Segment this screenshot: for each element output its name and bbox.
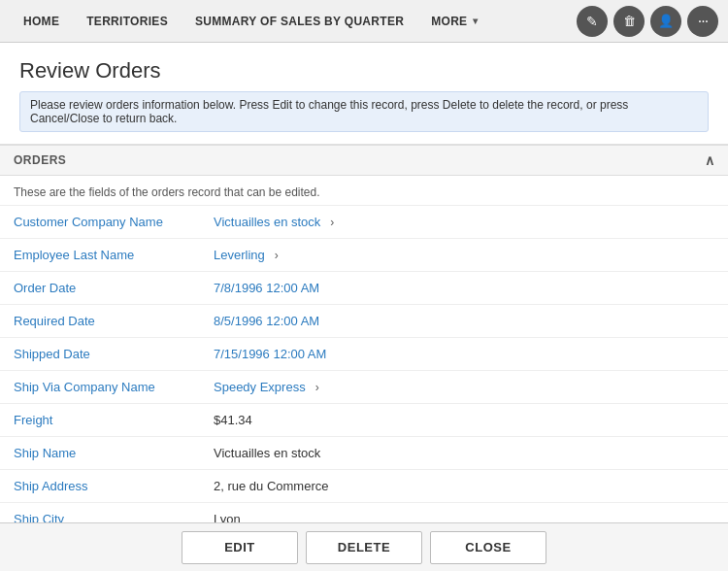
close-button[interactable]: CLOSE xyxy=(430,531,546,564)
table-row: Shipped Date 7/15/1996 12:00 AM xyxy=(0,338,728,371)
field-chevron-icon[interactable]: › xyxy=(315,381,319,394)
user-nav-icon[interactable]: 👤 xyxy=(650,6,681,37)
table-row: Order Date 7/8/1996 12:00 AM xyxy=(0,272,728,305)
section-title: ORDERS xyxy=(14,153,66,167)
table-row: Ship Via Company Name Speedy Express › xyxy=(0,371,728,404)
field-label-ship-name: Ship Name xyxy=(0,438,204,468)
trash-icon: 🗑 xyxy=(623,14,636,28)
more-dropdown-arrow: ▾ xyxy=(473,16,478,26)
field-value-ship-name: Victuailles en stock xyxy=(204,438,728,468)
field-label-order-date: Order Date xyxy=(0,273,204,303)
nav-item-home[interactable]: HOME xyxy=(10,0,73,43)
table-row: Ship Address 2, rue du Commerce xyxy=(0,470,728,503)
nav-item-more[interactable]: MORE ▾ xyxy=(417,0,492,43)
field-label-required-date: Required Date xyxy=(0,306,204,336)
edit-nav-icon[interactable]: ✎ xyxy=(577,6,608,37)
table-area: These are the fields of the orders recor… xyxy=(0,176,728,522)
page-container: Review Orders Please review orders infor… xyxy=(0,43,728,571)
top-nav: HOME TERRITORIES SUMMARY OF SALES BY QUA… xyxy=(0,0,728,43)
field-label-shipped-date: Shipped Date xyxy=(0,339,204,369)
field-value-employee-last-name: Leverling › xyxy=(204,240,728,270)
info-banner: Please review orders information below. … xyxy=(19,91,709,132)
page-header: Review Orders Please review orders infor… xyxy=(0,43,728,145)
more-nav-icon[interactable]: ··· xyxy=(687,6,718,37)
table-row: Ship Name Victuailles en stock xyxy=(0,437,728,470)
field-value-freight: $41.34 xyxy=(204,405,728,435)
field-label-freight: Freight xyxy=(0,405,204,435)
field-value-shipped-date: 7/15/1996 12:00 AM xyxy=(204,339,728,369)
nav-icons: ✎ 🗑 👤 ··· xyxy=(577,6,718,37)
pencil-icon: ✎ xyxy=(586,14,598,29)
nav-items: HOME TERRITORIES SUMMARY OF SALES BY QUA… xyxy=(10,0,577,43)
footer-bar: EDIT DELETE CLOSE xyxy=(0,522,728,571)
field-label-ship-via-company-name: Ship Via Company Name xyxy=(0,372,204,402)
field-value-ship-via-company-name: Speedy Express › xyxy=(204,372,728,402)
delete-button[interactable]: DELETE xyxy=(306,531,422,564)
edit-button[interactable]: EDIT xyxy=(182,531,298,564)
table-row: Freight $41.34 xyxy=(0,404,728,437)
user-icon: 👤 xyxy=(658,14,674,28)
field-value-required-date: 8/5/1996 12:00 AM xyxy=(204,306,728,336)
nav-item-summary[interactable]: SUMMARY OF SALES BY QUARTER xyxy=(182,0,417,43)
fields-note: These are the fields of the orders recor… xyxy=(0,176,728,206)
section-chevron-icon[interactable]: ∧ xyxy=(705,152,715,168)
field-label-ship-address: Ship Address xyxy=(0,471,204,501)
table-row: Ship City Lyon xyxy=(0,503,728,522)
field-label-customer-company-name: Customer Company Name xyxy=(0,207,204,237)
table-row: Customer Company Name Victuailles en sto… xyxy=(0,206,728,239)
field-chevron-icon[interactable]: › xyxy=(330,216,334,229)
nav-item-territories[interactable]: TERRITORIES xyxy=(73,0,182,43)
field-chevron-icon[interactable]: › xyxy=(275,249,279,262)
field-label-employee-last-name: Employee Last Name xyxy=(0,240,204,270)
ellipsis-icon: ··· xyxy=(698,13,708,30)
page-title: Review Orders xyxy=(19,58,709,84)
table-row: Required Date 8/5/1996 12:00 AM xyxy=(0,305,728,338)
field-value-order-date: 7/8/1996 12:00 AM xyxy=(204,273,728,303)
field-value-ship-city: Lyon xyxy=(204,504,728,522)
field-value-customer-company-name: Victuailles en stock › xyxy=(204,207,728,237)
field-label-ship-city: Ship City xyxy=(0,504,204,522)
delete-nav-icon[interactable]: 🗑 xyxy=(613,6,645,37)
table-row: Employee Last Name Leverling › xyxy=(0,239,728,272)
field-value-ship-address: 2, rue du Commerce xyxy=(204,471,728,501)
section-header: ORDERS ∧ xyxy=(0,145,728,176)
